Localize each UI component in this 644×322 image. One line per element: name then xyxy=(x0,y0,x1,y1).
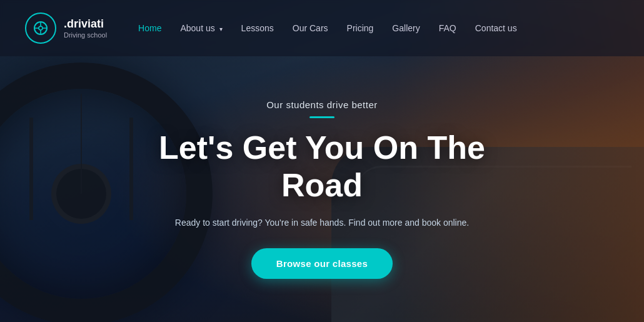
hero-subtitle: Our students drive better xyxy=(266,99,378,110)
nav-link-gallery[interactable]: Gallery xyxy=(392,23,420,33)
nav-item-lessons[interactable]: Lessons xyxy=(241,23,274,34)
nav-item-gallery[interactable]: Gallery xyxy=(392,23,420,34)
nav-link-about[interactable]: About us ▾ xyxy=(180,23,222,33)
svg-point-1 xyxy=(39,26,43,30)
nav-link-pricing[interactable]: Pricing xyxy=(347,23,374,33)
logo[interactable]: .driviati Driving school xyxy=(25,13,107,44)
hero-divider xyxy=(309,116,335,118)
nav-link-contact[interactable]: Contact us xyxy=(475,23,517,33)
nav-link-home[interactable]: Home xyxy=(138,23,161,33)
hero-description: Ready to start driving? You're in safe h… xyxy=(175,216,469,229)
nav-item-home[interactable]: Home xyxy=(138,23,161,34)
chevron-down-icon: ▾ xyxy=(219,26,223,33)
nav-link-lessons[interactable]: Lessons xyxy=(241,23,274,33)
hero-title: Let's Get You On The Road xyxy=(134,129,510,204)
nav-item-faq[interactable]: FAQ xyxy=(439,23,456,34)
brand-name: .driviati xyxy=(64,18,107,31)
nav-item-contact[interactable]: Contact us xyxy=(475,23,517,34)
nav-links: Home About us ▾ Lessons Our Cars Pricing… xyxy=(138,23,517,34)
nav-item-about[interactable]: About us ▾ xyxy=(180,23,222,34)
logo-text: .driviati Driving school xyxy=(64,18,107,39)
nav-link-faq[interactable]: FAQ xyxy=(439,23,456,33)
navbar: .driviati Driving school Home About us ▾… xyxy=(0,0,644,56)
nav-item-ourcars[interactable]: Our Cars xyxy=(293,23,328,34)
cta-button[interactable]: Browse our classes xyxy=(251,248,393,279)
logo-icon xyxy=(25,13,56,44)
nav-item-pricing[interactable]: Pricing xyxy=(347,23,374,34)
hero-content: Our students drive better Let's Get You … xyxy=(0,56,644,322)
brand-tagline: Driving school xyxy=(64,31,107,39)
nav-link-ourcars[interactable]: Our Cars xyxy=(293,23,328,33)
